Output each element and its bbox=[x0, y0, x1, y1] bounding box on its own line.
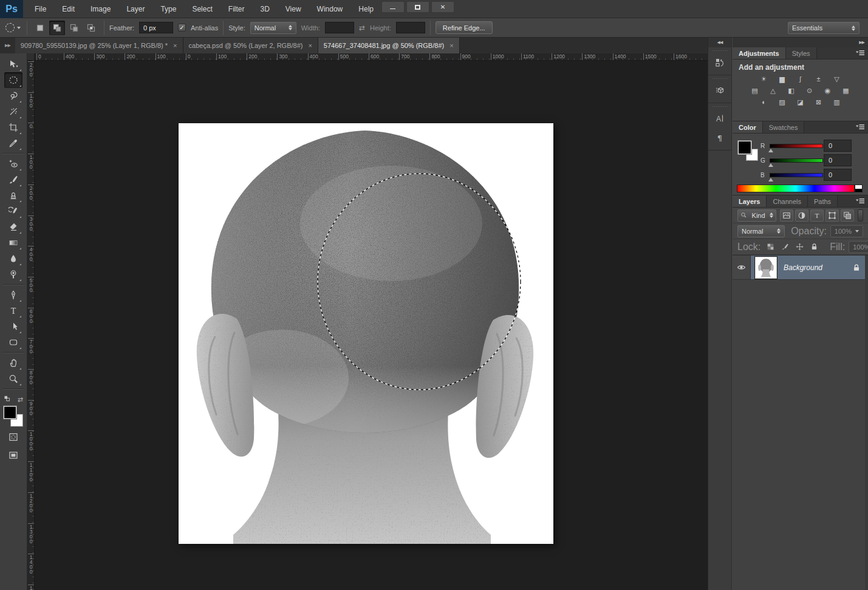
threshold-icon[interactable]: ◪ bbox=[794, 98, 807, 107]
lock-transparency-button[interactable] bbox=[764, 242, 776, 253]
panel-menu-icon[interactable] bbox=[856, 195, 868, 207]
add-selection-button[interactable] bbox=[49, 21, 65, 35]
zoom-tool[interactable] bbox=[4, 371, 22, 387]
menu-window[interactable]: Window bbox=[309, 0, 351, 18]
menu-image[interactable]: Image bbox=[83, 0, 118, 18]
spectrum-bw-swatches[interactable] bbox=[855, 185, 863, 192]
layer-row[interactable]: Background bbox=[733, 256, 868, 280]
tab-close-icon[interactable]: × bbox=[308, 42, 312, 49]
move-tool[interactable] bbox=[4, 56, 22, 72]
gradient-tool[interactable] bbox=[4, 235, 22, 251]
close-button[interactable]: ✕ bbox=[431, 1, 454, 13]
document-tab-3[interactable]: 574667_37408481.jpg @ 50% (RGB/8#)× bbox=[318, 38, 460, 53]
history-brush-tool[interactable] bbox=[4, 203, 22, 219]
filter-pixel-button[interactable] bbox=[780, 209, 793, 222]
menu-layer[interactable]: Layer bbox=[118, 0, 152, 18]
tab-close-icon[interactable]: × bbox=[449, 42, 453, 49]
refine-edge-button[interactable]: Refine Edge... bbox=[436, 21, 493, 34]
opacity-select[interactable]: 100% bbox=[830, 225, 863, 237]
posterize-icon[interactable]: ▨ bbox=[776, 98, 789, 107]
swap-dimensions-icon[interactable]: ⇄ bbox=[359, 24, 365, 32]
lock-all-button[interactable] bbox=[808, 242, 820, 253]
character-panel-icon[interactable]: A bbox=[708, 109, 731, 128]
black-white-icon[interactable]: ◧ bbox=[785, 86, 798, 95]
layer-entry[interactable]: Background bbox=[751, 256, 868, 279]
selective-color-icon[interactable]: ▥ bbox=[830, 98, 844, 107]
quick-mask-button[interactable] bbox=[4, 429, 22, 445]
menu-view[interactable]: View bbox=[278, 0, 309, 18]
kind-filter-select[interactable]: Kind bbox=[737, 209, 776, 222]
path-selection-tool[interactable] bbox=[4, 319, 22, 334]
color-spectrum-ramp[interactable] bbox=[737, 185, 855, 192]
clone-stamp-tool[interactable] bbox=[4, 188, 22, 203]
adjustments-tab-adjustments[interactable]: Adjustments bbox=[733, 47, 786, 59]
subtract-selection-button[interactable] bbox=[66, 21, 82, 35]
foreground-color-swatch[interactable] bbox=[4, 406, 16, 419]
menu-edit[interactable]: Edit bbox=[54, 0, 83, 18]
healing-brush-tool[interactable] bbox=[4, 156, 22, 172]
layers-tab-paths[interactable]: Paths bbox=[808, 195, 838, 207]
menu-file[interactable]: File bbox=[27, 0, 54, 18]
history-panel-icon[interactable] bbox=[708, 53, 731, 72]
slider-thumb[interactable] bbox=[768, 163, 773, 167]
height-input[interactable] bbox=[396, 22, 425, 33]
blend-mode-select[interactable]: Normal bbox=[737, 225, 785, 237]
color-tab-color[interactable]: Color bbox=[733, 121, 763, 133]
b-slider[interactable] bbox=[770, 173, 823, 177]
minimize-button[interactable] bbox=[381, 1, 405, 13]
eyedropper-tool[interactable] bbox=[4, 135, 22, 151]
slider-thumb[interactable] bbox=[768, 178, 773, 181]
pasteboard[interactable] bbox=[35, 61, 708, 590]
filter-adjustment-button[interactable] bbox=[795, 209, 808, 222]
menu-help[interactable]: Help bbox=[350, 0, 381, 18]
photo-filter-icon[interactable]: ⊙ bbox=[803, 86, 816, 95]
color-balance-icon[interactable]: △ bbox=[767, 86, 780, 95]
brush-tool[interactable] bbox=[4, 172, 22, 188]
elliptical-marquee-tool[interactable] bbox=[4, 72, 22, 88]
r-value-input[interactable]: 0 bbox=[824, 140, 852, 152]
swap-colors-icon[interactable]: ⇄ bbox=[18, 393, 23, 404]
filter-toggle[interactable] bbox=[858, 209, 863, 222]
levels-icon[interactable]: ▆ bbox=[776, 75, 789, 84]
adjustments-tab-styles[interactable]: Styles bbox=[786, 47, 817, 59]
dodge-tool[interactable] bbox=[4, 266, 22, 282]
layer-thumbnail[interactable] bbox=[755, 257, 777, 279]
b-value-input[interactable]: 0 bbox=[824, 169, 852, 181]
document-canvas[interactable] bbox=[179, 123, 553, 544]
color-lookup-icon[interactable]: ▦ bbox=[839, 86, 853, 95]
panel-menu-icon[interactable] bbox=[856, 47, 868, 59]
layers-tab-layers[interactable]: Layers bbox=[733, 195, 767, 207]
width-input[interactable] bbox=[325, 22, 354, 33]
crop-tool[interactable] bbox=[4, 120, 22, 135]
eye-icon[interactable] bbox=[737, 263, 746, 272]
pen-tool[interactable] bbox=[4, 287, 22, 303]
invert-icon[interactable]: ◐ bbox=[757, 98, 771, 107]
intersect-selection-button[interactable] bbox=[83, 21, 99, 35]
menu-select[interactable]: Select bbox=[184, 0, 220, 18]
lasso-tool[interactable] bbox=[4, 88, 22, 104]
tab-close-icon[interactable]: × bbox=[173, 42, 177, 49]
fill-select[interactable]: 100% bbox=[849, 241, 868, 253]
hue-saturation-icon[interactable]: ▤ bbox=[748, 86, 762, 95]
brightness-contrast-icon[interactable]: ☀ bbox=[757, 75, 771, 84]
gradient-map-icon[interactable]: ⊠ bbox=[812, 98, 825, 107]
blur-tool[interactable] bbox=[4, 251, 22, 266]
menu-type[interactable]: Type bbox=[152, 0, 184, 18]
new-selection-button[interactable] bbox=[32, 21, 48, 35]
curves-icon[interactable]: ʃ bbox=[794, 75, 807, 84]
document-tab-2[interactable]: cabeça.psd @ 50% (Layer 2, RGB/8#)× bbox=[183, 38, 318, 53]
maximize-button[interactable] bbox=[406, 1, 429, 13]
hand-tool[interactable] bbox=[4, 355, 22, 371]
vertical-ruler[interactable]: 2001000100200300400500600700800900100011… bbox=[27, 61, 35, 590]
dock-collapse-button[interactable]: ◀◀ bbox=[708, 38, 731, 47]
screen-mode-button[interactable] bbox=[4, 447, 22, 463]
paragraph-panel-icon[interactable]: ¶ bbox=[708, 128, 731, 148]
dock-expand-button[interactable]: ▶▶ bbox=[859, 40, 864, 45]
3d-panel-icon[interactable] bbox=[708, 81, 731, 100]
document-tab-1[interactable]: 909780_59550139.jpg @ 25% (Layer 1, RGB/… bbox=[15, 38, 183, 53]
shape-tool[interactable] bbox=[4, 334, 22, 350]
magic-wand-tool[interactable] bbox=[4, 104, 22, 120]
workspace-select[interactable]: Essentials bbox=[788, 22, 859, 34]
horizontal-ruler[interactable]: 0400300200100010020030040050060070080090… bbox=[27, 53, 708, 61]
lock-paint-button[interactable] bbox=[779, 242, 791, 253]
